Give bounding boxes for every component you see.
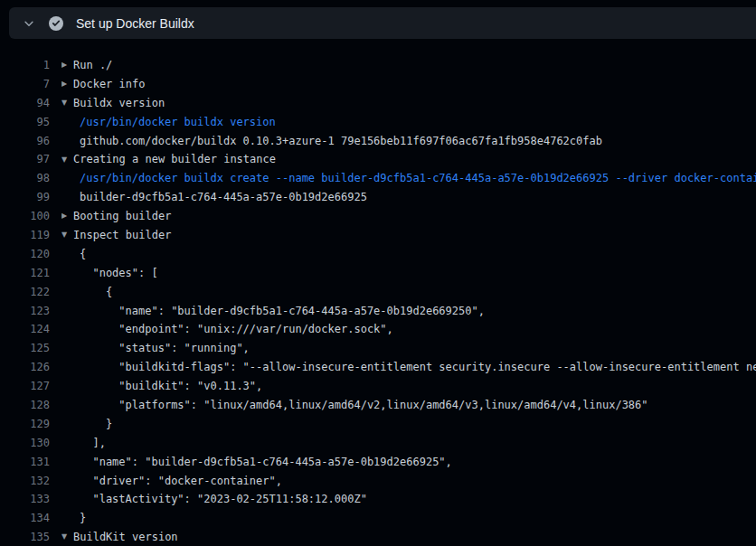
log-line: 7▶Docker info xyxy=(0,75,756,94)
log-text-content: "nodes": [ xyxy=(61,264,756,283)
log-text-content: "name": "builder-d9cfb5a1-c764-445a-a57e… xyxy=(61,302,756,321)
log-line: 122 { xyxy=(0,283,756,302)
log-text-content: "buildkitd-flags": "--allow-insecure-ent… xyxy=(61,358,756,377)
log-line: 97▼Creating a new builder instance xyxy=(0,150,756,169)
log-group-label: Buildx version xyxy=(73,97,165,109)
log-output-text: "name": "builder-d9cfb5a1-c764-445a-a57e… xyxy=(61,453,452,472)
log-output-text: "buildkit": "v0.11.3", xyxy=(61,377,262,396)
line-number-link[interactable]: 134 xyxy=(0,509,50,528)
line-number-link[interactable]: 94 xyxy=(0,94,50,113)
collapse-icon[interactable]: ▼ xyxy=(61,226,73,245)
log-lines: 1▶Run ./7▶Docker info94▼Buildx version95… xyxy=(0,39,756,546)
log-line: 96github.com/docker/buildx 0.10.3+azure-… xyxy=(0,132,756,151)
line-number-link[interactable]: 125 xyxy=(0,339,50,358)
line-number-link[interactable]: 123 xyxy=(0,302,50,321)
log-line: 124 "endpoint": "unix:///var/run/docker.… xyxy=(0,320,756,339)
line-number-link[interactable]: 121 xyxy=(0,264,50,283)
log-text-content: { xyxy=(61,283,756,302)
log-output-text: "buildkitd-flags": "--allow-insecure-ent… xyxy=(61,358,756,377)
collapse-icon[interactable]: ▼ xyxy=(61,94,73,113)
log-line: 98/usr/bin/docker buildx create --name b… xyxy=(0,169,756,188)
log-text-content: /usr/bin/docker buildx create --name bui… xyxy=(61,169,756,188)
expand-icon[interactable]: ▶ xyxy=(61,56,73,75)
log-line: 135▼BuildKit version xyxy=(0,528,756,546)
line-number-link[interactable]: 95 xyxy=(0,113,50,132)
log-group-toggle[interactable]: ▼Creating a new builder instance xyxy=(61,150,756,169)
log-group-toggle[interactable]: ▶Booting builder xyxy=(61,207,756,226)
log-text-content: "platforms": "linux/amd64,linux/amd64/v2… xyxy=(61,396,756,415)
log-line: 125 "status": "running", xyxy=(0,339,756,358)
log-text-content: } xyxy=(61,509,756,528)
log-group-toggle[interactable]: ▶Run ./ xyxy=(61,56,756,75)
log-line: 128 "platforms": "linux/amd64,linux/amd6… xyxy=(0,396,756,415)
log-output-text: } xyxy=(61,415,112,434)
line-number-link[interactable]: 122 xyxy=(0,283,50,302)
log-line: 126 "buildkitd-flags": "--allow-insecure… xyxy=(0,358,756,377)
chevron-down-icon[interactable] xyxy=(22,16,36,31)
line-number-link[interactable]: 131 xyxy=(0,453,50,472)
line-number-link[interactable]: 129 xyxy=(0,415,50,434)
log-group-toggle[interactable]: ▼BuildKit version xyxy=(61,528,756,546)
log-group-toggle[interactable]: ▼Buildx version xyxy=(61,94,756,113)
log-line: 95/usr/bin/docker buildx version xyxy=(0,113,756,132)
log-line: 133 "lastActivity": "2023-02-25T11:58:12… xyxy=(0,490,756,509)
line-number-link[interactable]: 100 xyxy=(0,207,50,226)
log-text-content: "driver": "docker-container", xyxy=(61,472,756,491)
log-group-toggle[interactable]: ▼Inspect builder xyxy=(61,226,756,245)
log-line: 123 "name": "builder-d9cfb5a1-c764-445a-… xyxy=(0,302,756,321)
line-number-link[interactable]: 99 xyxy=(0,188,50,207)
log-output-text: { xyxy=(61,245,86,264)
line-number-link[interactable]: 128 xyxy=(0,396,50,415)
log-line: 100▶Booting builder xyxy=(0,207,756,226)
log-text-content: /usr/bin/docker buildx version xyxy=(61,113,756,132)
log-line: 121 "nodes": [ xyxy=(0,264,756,283)
log-group-toggle[interactable]: ▶Docker info xyxy=(61,75,756,94)
line-number-link[interactable]: 96 xyxy=(0,132,50,151)
log-group-label: Docker info xyxy=(73,78,145,90)
log-output-text: "platforms": "linux/amd64,linux/amd64/v2… xyxy=(61,396,648,415)
log-text-content: "endpoint": "unix:///var/run/docker.sock… xyxy=(61,320,756,339)
line-number-link[interactable]: 135 xyxy=(0,528,50,546)
expand-icon[interactable]: ▶ xyxy=(61,75,73,94)
log-text-content: { xyxy=(61,245,756,264)
log-text-content: builder-d9cfb5a1-c764-445a-a57e-0b19d2e6… xyxy=(61,188,756,207)
line-number-link[interactable]: 120 xyxy=(0,245,50,264)
log-output-text: "status": "running", xyxy=(61,339,250,358)
log-line: 1▶Run ./ xyxy=(0,56,756,75)
log-line: 132 "driver": "docker-container", xyxy=(0,472,756,491)
log-output-text: "lastActivity": "2023-02-25T11:58:12.000… xyxy=(61,490,367,509)
log-output-text: "endpoint": "unix:///var/run/docker.sock… xyxy=(61,320,393,339)
log-output-text: { xyxy=(61,283,112,302)
line-number-link[interactable]: 7 xyxy=(0,75,50,94)
expand-icon[interactable]: ▶ xyxy=(61,207,73,226)
step-header[interactable]: Set up Docker Buildx xyxy=(9,7,756,39)
line-number-link[interactable]: 119 xyxy=(0,226,50,245)
log-output-text: github.com/docker/buildx 0.10.3+azure-1 … xyxy=(61,132,602,151)
log-text-content: github.com/docker/buildx 0.10.3+azure-1 … xyxy=(61,132,756,151)
line-number-link[interactable]: 126 xyxy=(0,358,50,377)
line-number-link[interactable]: 133 xyxy=(0,490,50,509)
log-group-label: Inspect builder xyxy=(73,229,171,241)
log-output-text: } xyxy=(61,509,86,528)
collapse-icon[interactable]: ▼ xyxy=(61,151,73,170)
check-circle-icon xyxy=(49,16,63,31)
line-number-link[interactable]: 1 xyxy=(0,56,50,75)
log-line: 134} xyxy=(0,509,756,528)
collapse-icon[interactable]: ▼ xyxy=(61,528,73,546)
log-line: 131 "name": "builder-d9cfb5a1-c764-445a-… xyxy=(0,453,756,472)
line-number-link[interactable]: 127 xyxy=(0,377,50,396)
step-title: Set up Docker Buildx xyxy=(76,16,194,31)
log-text-content: "buildkit": "v0.11.3", xyxy=(61,377,756,396)
log-group-label: Run ./ xyxy=(73,59,112,71)
line-number-link[interactable]: 130 xyxy=(0,434,50,453)
line-number-link[interactable]: 124 xyxy=(0,320,50,339)
line-number-link[interactable]: 97 xyxy=(0,150,50,169)
log-line: 129 } xyxy=(0,415,756,434)
line-number-link[interactable]: 98 xyxy=(0,169,50,188)
log-line: 94▼Buildx version xyxy=(0,94,756,113)
log-group-label: Booting builder xyxy=(73,210,171,222)
log-output-text: "nodes": [ xyxy=(61,264,158,283)
log-command-text: /usr/bin/docker buildx create --name bui… xyxy=(61,169,756,188)
log-line: 119▼Inspect builder xyxy=(0,226,756,245)
line-number-link[interactable]: 132 xyxy=(0,472,50,491)
